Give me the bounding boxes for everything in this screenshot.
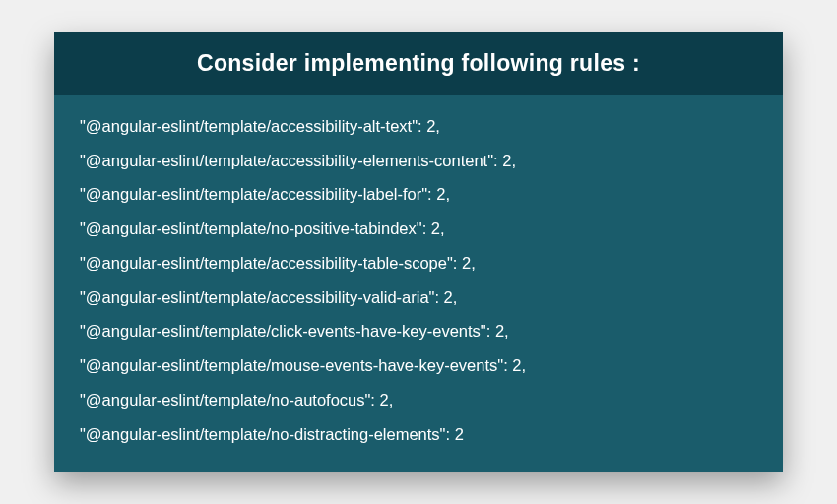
rule-item: "@angular-eslint/template/accessibility-… bbox=[80, 251, 757, 276]
rules-card: Consider implementing following rules : … bbox=[54, 32, 783, 472]
rule-item: "@angular-eslint/template/mouse-events-h… bbox=[80, 353, 757, 378]
rule-item: "@angular-eslint/template/accessibility-… bbox=[80, 182, 757, 207]
card-content: "@angular-eslint/template/accessibility-… bbox=[54, 94, 783, 472]
card-title: Consider implementing following rules : bbox=[78, 50, 759, 77]
rule-item: "@angular-eslint/template/no-distracting… bbox=[80, 422, 757, 447]
rule-item: "@angular-eslint/template/no-positive-ta… bbox=[80, 217, 757, 241]
rule-item: "@angular-eslint/template/accessibility-… bbox=[80, 285, 757, 310]
rule-item: "@angular-eslint/template/no-autofocus":… bbox=[80, 388, 757, 412]
card-header: Consider implementing following rules : bbox=[54, 32, 783, 94]
rule-item: "@angular-eslint/template/accessibility-… bbox=[80, 114, 757, 139]
rule-item: "@angular-eslint/template/click-events-h… bbox=[80, 319, 757, 344]
rule-item: "@angular-eslint/template/accessibility-… bbox=[80, 149, 757, 173]
